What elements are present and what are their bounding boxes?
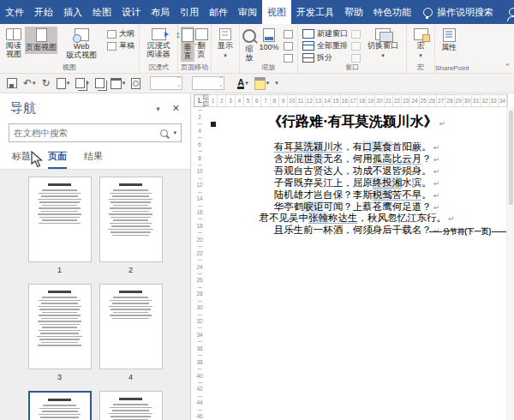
group-zoom: 缩放 100% 缩放	[240, 24, 298, 73]
highlight-button[interactable]: ▾	[254, 77, 270, 90]
v-ruler-tick	[198, 325, 202, 332]
redo-button[interactable]: ↻	[42, 77, 51, 89]
paragraph-format-mark	[211, 122, 216, 127]
v-ruler-tick	[198, 121, 202, 128]
properties-button[interactable]: 属性	[438, 27, 460, 54]
tab-设计[interactable]: 设计	[117, 0, 146, 24]
draft-button[interactable]: 草稿	[107, 41, 134, 51]
tab-开发工具[interactable]: 开发工具	[291, 0, 339, 24]
group-sharepoint: 属性 SharePoint	[435, 24, 463, 73]
new-window-button[interactable]: 新建窗口	[302, 29, 348, 39]
shapes-button[interactable]: ▾	[75, 78, 89, 88]
split-button[interactable]: 拆分	[302, 53, 348, 63]
share-button[interactable]: 共享	[500, 0, 514, 24]
page-thumbnail-1[interactable]	[28, 177, 92, 262]
one-page-button[interactable]	[284, 29, 293, 39]
outline-button[interactable]: 大纲	[107, 29, 134, 39]
print-button[interactable]: ▾	[57, 78, 70, 89]
spinner-field-2[interactable]	[192, 76, 224, 90]
nav-tab-标题[interactable]: 标题	[12, 150, 31, 169]
tab-特色功能[interactable]: 特色功能	[368, 0, 416, 24]
print-preview-button[interactable]	[131, 78, 140, 89]
nav-tab-页面[interactable]: 页面	[48, 150, 67, 169]
macros-icon	[414, 28, 428, 40]
nav-search-input[interactable]	[9, 128, 160, 138]
draft-icon	[107, 42, 117, 51]
vertical-scrollbar[interactable]	[506, 107, 514, 420]
tab-引用[interactable]: 引用	[175, 0, 204, 24]
immersive-reader-button[interactable]: 沉浸式阅读器	[142, 27, 175, 60]
font-color-button[interactable]: A▾	[237, 78, 248, 89]
search-dropdown-arrow[interactable]: ▾	[173, 129, 176, 136]
v-ruler-mark-4: 4	[198, 128, 201, 135]
side-to-side-button[interactable]: 翻页	[194, 27, 208, 60]
collapse-ribbon-button[interactable]: ⌃	[504, 63, 511, 71]
tab-邮件[interactable]: 邮件	[204, 0, 233, 24]
ribbon-tab-bar: 文件开始插入绘图设计布局引用邮件审阅视图开发工具帮助特色功能 操作说明搜索 共享	[0, 0, 514, 24]
page-thumbnail-4[interactable]	[99, 284, 163, 369]
print-icon	[57, 78, 66, 89]
page-width-button[interactable]	[284, 53, 293, 63]
document-area[interactable]: L 12345678910111213141516171819202122232…	[191, 93, 514, 420]
tab-插入[interactable]: 插入	[58, 0, 87, 24]
ruler-mark-23: 23	[402, 95, 410, 106]
toolbar-overflow-button[interactable]: ▾	[275, 80, 278, 87]
show-button[interactable]: 显示 ▾	[214, 27, 236, 61]
web-layout-button[interactable]: Web 版式视图	[57, 27, 105, 61]
v-ruler-tick	[198, 257, 202, 264]
tab-文件[interactable]: 文件	[0, 0, 29, 24]
document-page[interactable]: 《行路难·有耳莫洗颍川水》↵ 有耳莫洗颍川水，有口莫食首阳蕨。↵含光混世贵无名，…	[206, 107, 507, 420]
page-thumbnail-6[interactable]	[99, 391, 163, 420]
v-ruler-mark-2: 2	[198, 114, 201, 121]
immersive-reader-label: 沉浸式阅读器	[144, 42, 173, 58]
page-thumbnail-2[interactable]	[99, 177, 163, 262]
ruler-mark-34: 34	[499, 95, 507, 106]
zoom-100-button[interactable]: 100%	[256, 27, 282, 54]
switch-windows-label: 切换窗口	[368, 42, 398, 51]
poem-line: 君不见吴中张翰称达生，秋风忽忆江东行。↵	[206, 213, 507, 225]
window-button[interactable]: ▾	[111, 78, 126, 89]
spinner-field-1[interactable]	[150, 76, 182, 90]
thumbnail-item: 3	[28, 284, 92, 381]
v-ruler-mark-28: 28	[196, 291, 202, 297]
tab-帮助[interactable]: 帮助	[339, 0, 368, 24]
sync-scroll-button[interactable]	[351, 41, 361, 51]
tab-布局[interactable]: 布局	[146, 0, 175, 24]
nav-tab-结果[interactable]: 结果	[84, 150, 103, 169]
switch-windows-button[interactable]: 切换窗口 ▾	[362, 27, 403, 61]
ruler-mark-1: 1	[209, 95, 218, 106]
read-view-button[interactable]: 阅读视图	[3, 27, 25, 60]
horizontal-ruler[interactable]: L 12345678910111213141516171819202122232…	[191, 93, 514, 107]
navigation-close-icon[interactable]: ✕	[172, 103, 180, 114]
thumb-text-line	[110, 193, 151, 195]
search-icon[interactable]	[160, 129, 168, 137]
print-layout-button[interactable]: 页面视图	[25, 27, 57, 54]
window-dropdown-arrow: ▾	[123, 80, 126, 87]
undo-button[interactable]: ↶▾	[23, 77, 36, 89]
tab-视图[interactable]: 视图	[262, 0, 291, 24]
ruler-mark-6: 6	[253, 95, 261, 106]
zoom-button[interactable]: 缩放	[242, 27, 256, 63]
tab-绘图[interactable]: 绘图	[87, 0, 117, 24]
tab-开始[interactable]: 开始	[29, 0, 58, 24]
reset-window-button[interactable]	[351, 53, 361, 63]
highlight-dropdown-arrow: ▾	[266, 80, 270, 87]
page-thumbnail-3[interactable]	[28, 284, 92, 369]
page-thumbnail-5[interactable]	[28, 391, 92, 420]
copy-page-button[interactable]	[95, 78, 105, 88]
arrange-all-button[interactable]: 全部重排	[302, 41, 348, 51]
save-button[interactable]	[7, 78, 17, 88]
lightbulb-icon	[423, 8, 433, 17]
tab-审阅[interactable]: 审阅	[233, 0, 262, 24]
navigation-options-arrow[interactable]: ▾	[156, 105, 160, 113]
macros-button[interactable]: 宏 ▾	[409, 27, 432, 61]
vertical-ruler[interactable]: 2468101214161820222426283032343638404244…	[194, 107, 206, 420]
side-by-side-button[interactable]	[351, 29, 361, 39]
thumb-text-line	[113, 189, 147, 191]
tell-me-search[interactable]: 操作说明搜索	[416, 0, 500, 24]
highlight-icon	[254, 77, 266, 90]
poem-text: 吾观自古贤达人，功成不退皆殒身。	[274, 165, 432, 177]
multiple-pages-button[interactable]	[284, 41, 293, 51]
v-ruler-tick	[198, 216, 202, 223]
scrollbar-thumb[interactable]	[509, 111, 513, 205]
